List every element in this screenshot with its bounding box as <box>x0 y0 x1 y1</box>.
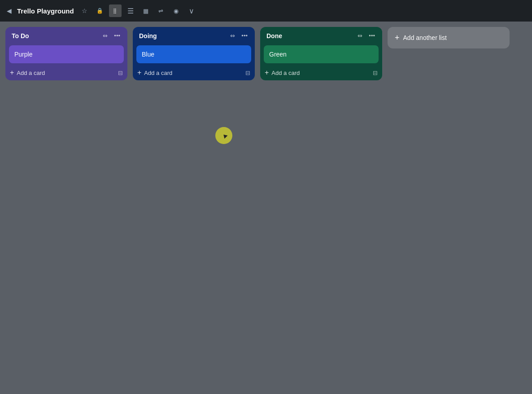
add-card-footer-doing[interactable]: + Add a card ⊟ <box>133 65 255 80</box>
add-card-label-done: Add a card <box>271 70 300 76</box>
list-title-done: Done <box>266 32 353 39</box>
board-area: To Do ⇔ ••• Purple + Add a card ⊟ Doing … <box>0 22 532 394</box>
list-cards-done: Green <box>260 44 382 65</box>
table-view-button[interactable]: ☰ <box>124 4 137 17</box>
nav-overflow-button[interactable]: ∨ <box>185 4 198 17</box>
star-button[interactable]: ☆ <box>78 4 91 17</box>
workflow-button[interactable]: ⇌ <box>155 4 167 17</box>
add-list-plus-icon: + <box>395 34 400 42</box>
list-header-doing: Doing ⇔ ••• <box>133 27 255 44</box>
list-todo: To Do ⇔ ••• Purple + Add a card ⊟ <box>5 27 127 80</box>
board-view-button[interactable]: ⣿ <box>109 4 122 17</box>
list-more-icon-done[interactable]: ••• <box>367 31 377 40</box>
calendar-view-button[interactable]: ▦ <box>140 4 152 17</box>
add-card-plus-todo: + <box>10 69 14 77</box>
list-cards-doing: Blue <box>133 44 255 65</box>
list-done: Done ⇔ ••• Green + Add a card ⊟ <box>260 27 382 80</box>
add-card-footer-done[interactable]: + Add a card ⊟ <box>260 65 382 80</box>
list-header-done: Done ⇔ ••• <box>260 27 382 44</box>
add-card-plus-done: + <box>265 69 269 77</box>
add-card-label-doing: Add a card <box>144 70 172 76</box>
add-card-template-icon-todo[interactable]: ⊟ <box>118 70 123 76</box>
add-another-list-button[interactable]: + Add another list <box>388 27 510 48</box>
navbar: ◀ Trello Playground ☆ 🔒 ⣿ ☰ ▦ ⇌ ◉ ∨ <box>0 0 532 22</box>
add-card-template-icon-done[interactable]: ⊟ <box>373 70 378 76</box>
add-card-plus-doing: + <box>137 69 141 77</box>
list-title-doing: Doing <box>139 32 226 39</box>
card-green[interactable]: Green <box>264 45 379 63</box>
list-doing: Doing ⇔ ••• Blue + Add a card ⊟ <box>133 27 255 80</box>
card-purple[interactable]: Purple <box>9 45 124 63</box>
add-list-label: Add another list <box>403 34 447 41</box>
add-card-template-icon-doing[interactable]: ⊟ <box>245 70 250 76</box>
add-card-label-todo: Add a card <box>17 70 45 76</box>
add-card-footer-todo[interactable]: + Add a card ⊟ <box>5 65 127 80</box>
list-collapse-icon-done[interactable]: ⇔ <box>356 31 364 40</box>
list-more-icon-todo[interactable]: ••• <box>112 31 122 40</box>
list-cards-todo: Purple <box>5 44 127 65</box>
list-more-icon-doing[interactable]: ••• <box>240 31 249 40</box>
map-button[interactable]: ◉ <box>170 4 183 17</box>
card-blue[interactable]: Blue <box>136 45 251 63</box>
lock-button[interactable]: 🔒 <box>94 4 106 17</box>
board-title: Trello Playground <box>17 7 74 15</box>
list-title-todo: To Do <box>12 32 98 39</box>
list-collapse-icon-doing[interactable]: ⇔ <box>228 31 237 40</box>
nav-back-button[interactable]: ◀ <box>4 5 14 16</box>
list-collapse-icon-todo[interactable]: ⇔ <box>101 31 109 40</box>
list-header-todo: To Do ⇔ ••• <box>5 27 127 44</box>
